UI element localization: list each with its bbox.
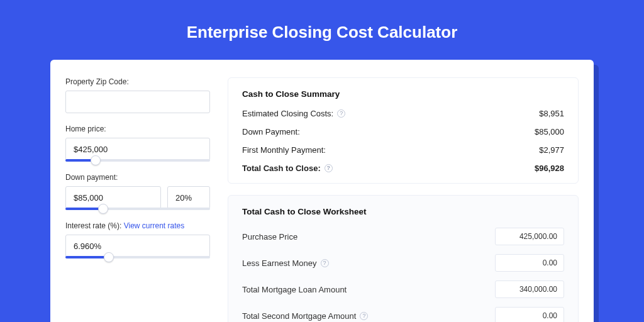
- results-column: Cash to Close Summary Estimated Closing …: [228, 77, 579, 322]
- interest-label: Interest rate (%):: [65, 221, 121, 230]
- ws-row-earnest: Less Earnest Money ?: [242, 254, 564, 272]
- down-payment-row: [65, 186, 210, 209]
- down-payment-slider-thumb[interactable]: [98, 204, 108, 214]
- home-price-field-group: Home price:: [65, 125, 210, 162]
- calculator-panel: Property Zip Code: Home price: Down paym…: [50, 60, 594, 322]
- interest-slider-fill: [65, 256, 109, 258]
- ws-row-mortgage-label-wrap: Total Mortgage Loan Amount: [242, 285, 347, 294]
- ws-row-second-mortgage: Total Second Mortgage Amount ?: [242, 307, 564, 322]
- ws-row-earnest-label-wrap: Less Earnest Money ?: [242, 258, 329, 268]
- worksheet-card: Total Cash to Close Worksheet Purchase P…: [228, 195, 579, 322]
- interest-slider-thumb[interactable]: [104, 252, 114, 262]
- summary-row-first-payment-label-wrap: First Monthly Payment:: [242, 145, 326, 155]
- help-icon[interactable]: ?: [321, 259, 329, 267]
- summary-row-total: Total Cash to Close: ? $96,928: [242, 164, 564, 173]
- summary-row-down: Down Payment: $85,000: [242, 127, 564, 136]
- home-price-slider[interactable]: [65, 159, 210, 162]
- ws-row-second-mortgage-label-wrap: Total Second Mortgage Amount ?: [242, 311, 368, 321]
- interest-input[interactable]: [65, 235, 210, 257]
- ws-row-purchase-label: Purchase Price: [242, 232, 297, 242]
- summary-row-first-payment: First Monthly Payment: $2,977: [242, 145, 564, 155]
- ws-row-purchase-label-wrap: Purchase Price: [242, 232, 297, 242]
- summary-title: Cash to Close Summary: [242, 89, 564, 99]
- down-payment-label: Down payment:: [65, 173, 210, 182]
- ws-row-mortgage-label: Total Mortgage Loan Amount: [242, 285, 347, 294]
- down-payment-input[interactable]: [65, 186, 161, 209]
- summary-row-total-label: Total Cash to Close:: [242, 164, 321, 173]
- summary-row-down-label-wrap: Down Payment:: [242, 127, 300, 136]
- ws-row-mortgage: Total Mortgage Loan Amount: [242, 280, 564, 298]
- summary-row-closing-label-wrap: Estimated Closing Costs: ?: [242, 109, 345, 118]
- ws-row-earnest-label: Less Earnest Money: [242, 258, 317, 268]
- down-payment-slider[interactable]: [65, 208, 210, 210]
- home-price-input[interactable]: [65, 138, 210, 160]
- summary-row-total-label-wrap: Total Cash to Close: ?: [242, 164, 333, 173]
- down-payment-field-group: Down payment:: [65, 173, 210, 210]
- down-payment-pct-input[interactable]: [167, 186, 210, 209]
- summary-row-first-payment-label: First Monthly Payment:: [242, 145, 326, 155]
- summary-row-closing-label: Estimated Closing Costs:: [242, 109, 333, 118]
- zip-field-group: Property Zip Code:: [65, 77, 210, 113]
- summary-row-down-label: Down Payment:: [242, 127, 300, 136]
- interest-label-row: Interest rate (%): View current rates: [65, 221, 210, 230]
- worksheet-title: Total Cash to Close Worksheet: [242, 207, 564, 216]
- summary-card: Cash to Close Summary Estimated Closing …: [228, 77, 579, 184]
- page-title: Enterprise Closing Cost Calculator: [0, 0, 644, 60]
- ws-mortgage-input[interactable]: [495, 280, 564, 298]
- home-price-label: Home price:: [65, 125, 210, 133]
- calculator-panel-wrap: Property Zip Code: Home price: Down paym…: [50, 60, 594, 322]
- summary-row-down-value: $85,000: [535, 127, 564, 136]
- interest-field-group: Interest rate (%): View current rates: [65, 221, 210, 258]
- ws-row-second-mortgage-label: Total Second Mortgage Amount: [242, 311, 356, 321]
- summary-row-total-value: $96,928: [535, 164, 564, 173]
- zip-label: Property Zip Code:: [65, 77, 210, 86]
- ws-second-mortgage-input[interactable]: [495, 307, 564, 322]
- view-rates-link[interactable]: View current rates: [124, 221, 185, 230]
- summary-row-closing-value: $8,951: [539, 109, 564, 118]
- inputs-column: Property Zip Code: Home price: Down paym…: [65, 77, 210, 322]
- help-icon[interactable]: ?: [325, 164, 333, 172]
- help-icon[interactable]: ?: [337, 109, 345, 118]
- ws-purchase-input[interactable]: [495, 228, 564, 245]
- interest-slider[interactable]: [65, 256, 210, 258]
- summary-row-first-payment-value: $2,977: [539, 145, 564, 155]
- home-price-slider-thumb[interactable]: [91, 155, 101, 165]
- zip-input[interactable]: [65, 91, 210, 113]
- ws-row-purchase: Purchase Price: [242, 228, 564, 245]
- summary-row-closing: Estimated Closing Costs: ? $8,951: [242, 109, 564, 118]
- help-icon[interactable]: ?: [360, 312, 368, 320]
- ws-earnest-input[interactable]: [495, 254, 564, 272]
